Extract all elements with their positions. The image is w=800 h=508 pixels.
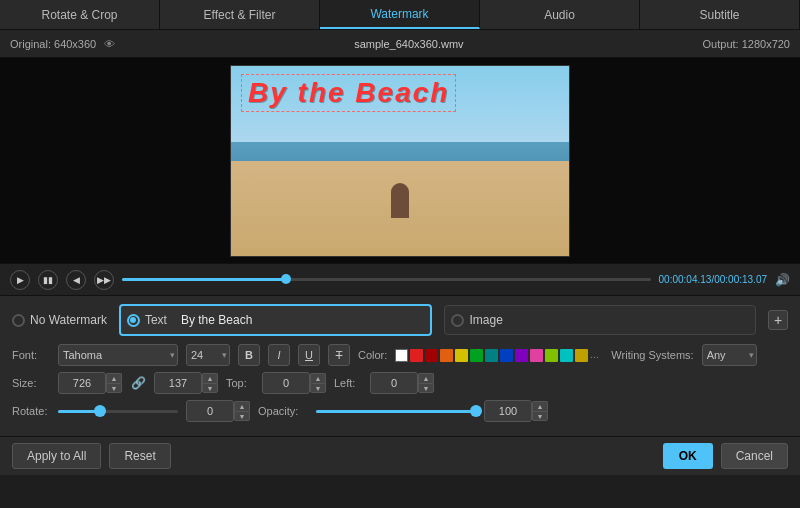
size-height-spinner: ▲ ▼ xyxy=(202,373,218,393)
left-down[interactable]: ▼ xyxy=(418,383,434,393)
left-input[interactable] xyxy=(370,372,418,394)
writing-systems-select[interactable]: Any xyxy=(702,344,757,366)
tab-subtitle[interactable]: Subtitle xyxy=(640,0,800,29)
top-value-group: ▲ ▼ xyxy=(262,372,326,394)
writing-systems-wrapper: Any xyxy=(702,344,757,366)
color-lime[interactable] xyxy=(545,349,558,362)
top-down[interactable]: ▼ xyxy=(310,383,326,393)
tab-rotate-crop[interactable]: Rotate & Crop xyxy=(0,0,160,29)
left-up[interactable]: ▲ xyxy=(418,373,434,383)
size-width-up[interactable]: ▲ xyxy=(106,373,122,383)
size-height-group: ▲ ▼ xyxy=(154,372,218,394)
color-darkred[interactable] xyxy=(425,349,438,362)
original-resolution: Original: 640x360 xyxy=(10,38,96,50)
rotate-opacity-row: Rotate: ▲ ▼ Opacity: ▲ ▼ xyxy=(12,400,788,422)
rotate-slider[interactable] xyxy=(58,410,178,413)
opacity-slider-fill xyxy=(316,410,476,413)
image-watermark-group: Image xyxy=(444,305,756,335)
more-colors-button[interactable]: ... xyxy=(590,349,603,362)
seek-thumb[interactable] xyxy=(281,274,291,284)
apply-to-all-button[interactable]: Apply to All xyxy=(12,443,101,469)
preview-area: By the Beach xyxy=(0,58,800,263)
next-frame-button[interactable]: ▶▶ xyxy=(94,270,114,290)
font-family-select[interactable]: Tahoma xyxy=(58,344,178,366)
image-path-input[interactable] xyxy=(509,308,749,332)
color-swatches: ... xyxy=(395,349,603,362)
video-frame: By the Beach xyxy=(230,65,570,257)
play-button[interactable]: ▶ xyxy=(10,270,30,290)
bold-button[interactable]: B xyxy=(238,344,260,366)
color-green[interactable] xyxy=(470,349,483,362)
rotate-spinner: ▲ ▼ xyxy=(234,401,250,421)
top-label: Top: xyxy=(226,377,254,389)
color-label: Color: xyxy=(358,349,387,361)
image-watermark-option[interactable]: Image xyxy=(451,313,502,327)
underline-button[interactable]: U xyxy=(298,344,320,366)
left-buttons: Apply to All Reset xyxy=(12,443,171,469)
no-watermark-radio[interactable] xyxy=(12,314,25,327)
prev-frame-button[interactable]: ◀ xyxy=(66,270,86,290)
left-value-group: ▲ ▼ xyxy=(370,372,434,394)
italic-button[interactable]: I xyxy=(268,344,290,366)
size-height-up[interactable]: ▲ xyxy=(202,373,218,383)
tab-effect-filter[interactable]: Effect & Filter xyxy=(160,0,320,29)
video-person xyxy=(391,183,409,218)
rotate-label: Rotate: xyxy=(12,405,50,417)
eye-icon[interactable]: 👁 xyxy=(104,38,115,50)
opacity-up[interactable]: ▲ xyxy=(532,401,548,411)
font-size-select[interactable]: 24 xyxy=(186,344,230,366)
size-height-down[interactable]: ▼ xyxy=(202,383,218,393)
text-watermark-label: Text xyxy=(145,313,167,327)
ok-button[interactable]: OK xyxy=(663,443,713,469)
radio-dot xyxy=(130,317,136,323)
size-height-input[interactable] xyxy=(154,372,202,394)
color-white[interactable] xyxy=(395,349,408,362)
color-orange[interactable] xyxy=(440,349,453,362)
color-pink[interactable] xyxy=(530,349,543,362)
top-input[interactable] xyxy=(262,372,310,394)
top-up[interactable]: ▲ xyxy=(310,373,326,383)
size-label: Size: xyxy=(12,377,50,389)
reset-button[interactable]: Reset xyxy=(109,443,170,469)
volume-icon[interactable]: 🔊 xyxy=(775,273,790,287)
opacity-spinner: ▲ ▼ xyxy=(532,401,548,421)
opacity-slider[interactable] xyxy=(316,410,476,413)
color-yellow[interactable] xyxy=(455,349,468,362)
color-blue[interactable] xyxy=(500,349,513,362)
rotate-up[interactable]: ▲ xyxy=(234,401,250,411)
watermark-overlay[interactable]: By the Beach xyxy=(241,74,456,112)
stop-button[interactable]: ▮▮ xyxy=(38,270,58,290)
opacity-input[interactable] xyxy=(484,400,532,422)
tab-watermark[interactable]: Watermark xyxy=(320,0,480,29)
playback-bar: ▶ ▮▮ ◀ ▶▶ 00:00:04.13/00:00:13.07 🔊 xyxy=(0,263,800,295)
strikethrough-button[interactable]: T xyxy=(328,344,350,366)
font-label: Font: xyxy=(12,349,50,361)
rotate-slider-thumb[interactable] xyxy=(94,405,106,417)
time-display: 00:00:04.13/00:00:13.07 xyxy=(659,274,767,285)
color-teal[interactable] xyxy=(485,349,498,362)
tab-bar: Rotate & Crop Effect & Filter Watermark … xyxy=(0,0,800,30)
no-watermark-option[interactable]: No Watermark xyxy=(12,313,107,327)
color-cyan[interactable] xyxy=(560,349,573,362)
watermark-text-input[interactable] xyxy=(173,308,425,332)
text-watermark-option[interactable]: Text xyxy=(127,313,167,327)
tab-audio[interactable]: Audio xyxy=(480,0,640,29)
seek-bar[interactable] xyxy=(122,278,651,281)
size-width-input[interactable] xyxy=(58,372,106,394)
top-spinner: ▲ ▼ xyxy=(310,373,326,393)
add-image-button[interactable]: + xyxy=(768,310,788,330)
rotate-down[interactable]: ▼ xyxy=(234,411,250,421)
text-watermark-radio[interactable] xyxy=(127,314,140,327)
opacity-down[interactable]: ▼ xyxy=(532,411,548,421)
color-red[interactable] xyxy=(410,349,423,362)
rotate-input[interactable] xyxy=(186,400,234,422)
color-gold[interactable] xyxy=(575,349,588,362)
link-icon[interactable]: 🔗 xyxy=(130,375,146,391)
size-width-down[interactable]: ▼ xyxy=(106,383,122,393)
opacity-slider-thumb[interactable] xyxy=(470,405,482,417)
writing-systems-label: Writing Systems: xyxy=(611,349,693,361)
image-watermark-radio[interactable] xyxy=(451,314,464,327)
cancel-button[interactable]: Cancel xyxy=(721,443,788,469)
color-purple[interactable] xyxy=(515,349,528,362)
bottom-bar: Apply to All Reset OK Cancel xyxy=(0,436,800,475)
